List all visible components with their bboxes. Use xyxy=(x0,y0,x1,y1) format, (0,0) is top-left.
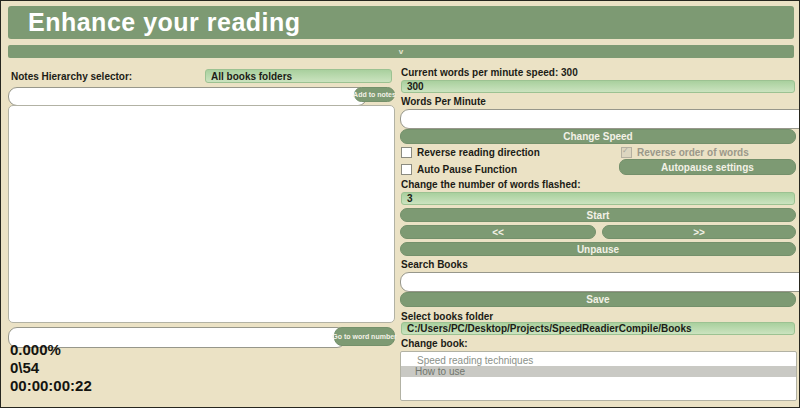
book-list-item[interactable]: How to use xyxy=(401,366,796,377)
progress-percent: 0.000% xyxy=(10,341,61,359)
word-position: 0\54 xyxy=(10,359,39,377)
unpause-button[interactable]: Unpause xyxy=(400,242,796,256)
words-flashed-value-bar: 3 xyxy=(401,192,795,205)
wpm-input[interactable] xyxy=(400,109,800,129)
start-button[interactable]: Start xyxy=(400,208,796,222)
search-books-input[interactable] xyxy=(400,272,800,292)
reverse-direction-label: Reverse reading direction xyxy=(417,147,540,158)
note-input[interactable] xyxy=(8,87,367,106)
search-books-label: Search Books xyxy=(401,259,468,270)
book-list: Speed reading techniques How to use xyxy=(400,351,797,401)
reverse-order-checkbox xyxy=(621,147,632,158)
notes-area[interactable] xyxy=(8,105,395,323)
elapsed-time: 00:00:00:22 xyxy=(10,377,92,395)
books-folder-path[interactable]: C:/Users/PC/Desktop/Projects/SpeedReadie… xyxy=(401,322,795,335)
step-back-button[interactable]: << xyxy=(400,225,596,239)
current-speed-label: Current words per minute speed: 300 xyxy=(401,67,578,78)
book-list-item[interactable]: Speed reading techniques xyxy=(401,355,796,366)
change-speed-button[interactable]: Change Speed xyxy=(400,129,796,144)
reverse-order-row: Reverse order of words xyxy=(621,147,749,158)
chevron-down-icon: v xyxy=(399,48,403,56)
select-books-folder-label: Select books folder xyxy=(401,311,493,322)
reverse-direction-checkbox[interactable] xyxy=(401,147,412,158)
app-header: Enhance your reading xyxy=(8,6,794,39)
reverse-direction-row: Reverse reading direction xyxy=(401,147,540,158)
go-to-word-number-button[interactable]: Go to word number xyxy=(334,327,395,346)
auto-pause-label: Auto Pause Function xyxy=(417,164,517,175)
change-book-label: Change book: xyxy=(401,338,468,349)
auto-pause-row: Auto Pause Function xyxy=(401,164,517,175)
speed-reader-window: Enhance your reading v Notes Hierarchy s… xyxy=(0,0,800,408)
add-to-notes-button[interactable]: Add to notes xyxy=(354,87,395,102)
collapse-bar[interactable]: v xyxy=(8,45,794,58)
reverse-order-label: Reverse order of words xyxy=(637,147,749,158)
books-folder-select-value: All books folders xyxy=(211,71,292,82)
save-button[interactable]: Save xyxy=(400,292,796,307)
page-title: Enhance your reading xyxy=(8,8,301,37)
wpm-label: Words Per Minute xyxy=(401,96,486,107)
step-forward-button[interactable]: >> xyxy=(602,225,796,239)
auto-pause-checkbox[interactable] xyxy=(401,164,412,175)
notes-hierarchy-label: Notes Hierarchy selector: xyxy=(11,71,132,82)
words-flashed-label: Change the number of words flashed: xyxy=(401,179,580,190)
speed-value-bar: 300 xyxy=(401,80,795,93)
autopause-settings-button[interactable]: Autopause settings xyxy=(619,159,796,175)
books-folder-select[interactable]: All books folders xyxy=(205,69,392,83)
